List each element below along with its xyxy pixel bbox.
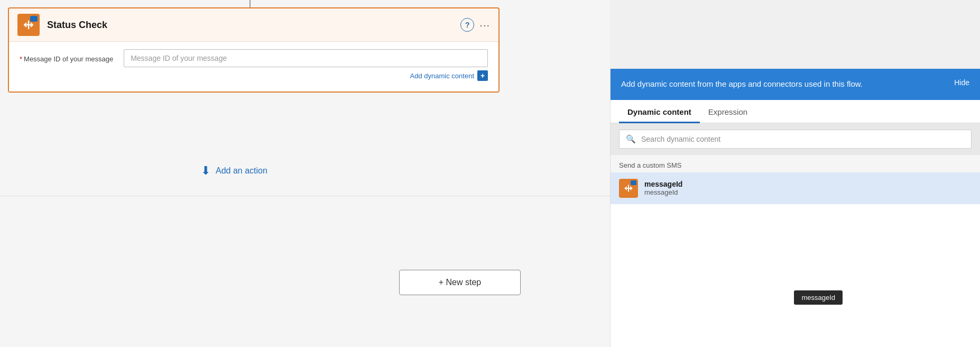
help-icon[interactable]: ? (460, 18, 474, 32)
tab-expression[interactable]: Expression (700, 100, 756, 123)
panel-hide-button[interactable]: Hide (954, 78, 969, 87)
add-action-area[interactable]: ⬇ Add an action (201, 164, 267, 178)
field-row: *Message ID of your message Add dynamic … (20, 49, 488, 81)
card-body: *Message ID of your message Add dynamic … (9, 41, 498, 92)
field-input-wrapper: Add dynamic content + (124, 49, 488, 81)
panel-search-area: 🔍 (611, 123, 980, 155)
add-action-icon: ⬇ (201, 164, 210, 178)
panel-tabs: Dynamic content Expression (611, 100, 980, 123)
panel-item-icon (619, 179, 638, 198)
chat-dot-icon (631, 180, 636, 185)
search-box: 🔍 (619, 130, 972, 149)
panel-item-messageid[interactable]: messageId messageId (611, 172, 980, 204)
dynamic-content-panel: Add dynamic content from the apps and co… (610, 69, 980, 347)
add-action-label[interactable]: Add an action (216, 166, 267, 176)
tab-dynamic-content[interactable]: Dynamic content (619, 100, 700, 123)
panel-header: Add dynamic content from the apps and co… (611, 69, 980, 100)
dynamic-content-search-input[interactable] (641, 135, 965, 143)
panel-section-label: Send a custom SMS (611, 155, 980, 172)
chat-bubble-icon (30, 16, 38, 22)
more-options-icon[interactable]: ··· (479, 19, 490, 31)
new-step-button[interactable]: + New step (399, 270, 521, 295)
card-icon (17, 14, 40, 36)
divider-line (0, 196, 610, 196)
tooltip: messageId (794, 290, 843, 305)
card-title: Status Check (47, 20, 460, 31)
required-indicator: * (20, 55, 22, 63)
panel-item-info: messageId messageId (644, 180, 972, 196)
message-id-input[interactable] (124, 49, 488, 67)
add-dynamic-content-link[interactable]: Add dynamic content (410, 72, 474, 80)
panel-item-title: messageId (644, 180, 972, 188)
main-canvas: ⌄ Status Check ? ··· *Message (0, 0, 610, 347)
dynamic-content-link: Add dynamic content + (124, 70, 488, 81)
panel-header-text: Add dynamic content from the apps and co… (621, 78, 863, 90)
dynamic-plus-button[interactable]: + (477, 70, 488, 81)
status-check-card: Status Check ? ··· *Message ID of your m… (8, 7, 500, 93)
search-icon: 🔍 (626, 134, 636, 144)
panel-item-subtitle: messageId (644, 188, 972, 196)
field-label: *Message ID of your message (20, 49, 113, 64)
card-header: Status Check ? ··· (9, 8, 498, 41)
